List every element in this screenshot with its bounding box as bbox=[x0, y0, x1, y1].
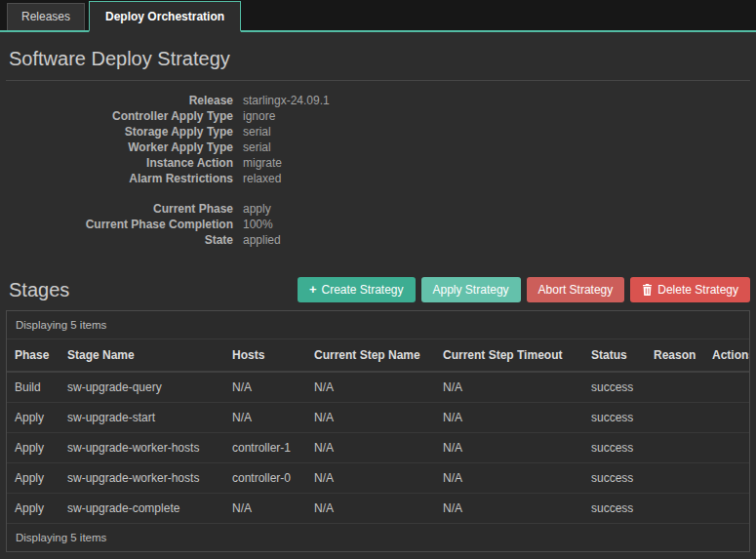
column-header-stage-name: Stage Name bbox=[60, 339, 224, 373]
apply-strategy-label: Apply Strategy bbox=[433, 283, 509, 297]
detail-row: Worker Apply Type serial bbox=[6, 140, 750, 155]
cell-status: success bbox=[583, 372, 646, 403]
cell-reason bbox=[646, 494, 704, 524]
apply-strategy-button[interactable]: Apply Strategy bbox=[421, 277, 521, 302]
detail-value: ignore bbox=[243, 108, 275, 124]
delete-strategy-label: Delete Strategy bbox=[657, 283, 738, 297]
detail-value: relaxed bbox=[243, 171, 281, 186]
cell-hosts: controller-0 bbox=[224, 463, 306, 494]
stages-title: Stages bbox=[6, 279, 72, 301]
cell-phase: Apply bbox=[7, 433, 60, 463]
cell-status: success bbox=[583, 433, 646, 463]
table-summary-bottom: Displaying 5 items bbox=[7, 523, 749, 551]
cell-stage-name: sw-upgrade-start bbox=[60, 403, 224, 433]
detail-value: migrate bbox=[243, 155, 282, 171]
abort-strategy-button[interactable]: Abort Strategy bbox=[527, 277, 625, 302]
tab-deploy-orchestration[interactable]: Deploy Orchestration bbox=[89, 1, 241, 32]
detail-value: serial bbox=[243, 124, 271, 140]
trash-icon bbox=[642, 284, 653, 296]
detail-row: Current Phase Completion 100% bbox=[6, 217, 750, 232]
cell-current-step-name: N/A bbox=[306, 403, 435, 433]
main-content: Software Deploy Strategy Release starlin… bbox=[0, 32, 756, 559]
abort-strategy-label: Abort Strategy bbox=[538, 283, 614, 297]
cell-current-step-timeout: N/A bbox=[435, 372, 583, 403]
column-header-actions: Actions bbox=[704, 339, 749, 373]
cell-hosts: N/A bbox=[224, 372, 306, 403]
detail-row: Controller Apply Type ignore bbox=[6, 108, 750, 124]
plus-icon: + bbox=[309, 284, 317, 296]
detail-row: Instance Action migrate bbox=[6, 155, 750, 171]
cell-current-step-timeout: N/A bbox=[435, 463, 583, 494]
table-row: Apply sw-upgrade-complete N/A N/A N/A su… bbox=[7, 494, 749, 524]
detail-value: serial bbox=[243, 140, 271, 155]
tab-releases[interactable]: Releases bbox=[7, 3, 85, 30]
stages-table: Phase Stage Name Hosts Current Step Name… bbox=[7, 339, 749, 523]
cell-current-step-timeout: N/A bbox=[435, 494, 583, 524]
cell-stage-name: sw-upgrade-worker-hosts bbox=[60, 463, 224, 494]
cell-phase: Build bbox=[7, 372, 60, 403]
column-header-current-step-name: Current Step Name bbox=[306, 339, 435, 373]
stages-header: Stages + Create Strategy Apply Strategy … bbox=[6, 277, 750, 302]
table-header-row: Phase Stage Name Hosts Current Step Name… bbox=[7, 339, 749, 373]
detail-label: Storage Apply Type bbox=[6, 124, 243, 140]
detail-label: Controller Apply Type bbox=[6, 108, 243, 124]
cell-current-step-name: N/A bbox=[306, 372, 435, 403]
detail-row: Release starlingx-24.09.1 bbox=[6, 93, 750, 108]
cell-current-step-timeout: N/A bbox=[435, 433, 583, 463]
detail-value: applied bbox=[243, 232, 281, 248]
detail-row: Alarm Restrictions relaxed bbox=[6, 171, 750, 186]
cell-actions bbox=[704, 463, 749, 494]
title-divider bbox=[6, 80, 750, 81]
table-row: Apply sw-upgrade-worker-hosts controller… bbox=[7, 463, 749, 494]
cell-stage-name: sw-upgrade-worker-hosts bbox=[60, 433, 224, 463]
column-header-hosts: Hosts bbox=[224, 339, 306, 373]
column-header-reason: Reason bbox=[646, 339, 704, 373]
column-header-status: Status bbox=[583, 339, 646, 373]
detail-row: Current Phase apply bbox=[6, 201, 750, 217]
cell-hosts: N/A bbox=[224, 494, 306, 524]
detail-label: Current Phase Completion bbox=[6, 217, 243, 232]
detail-label: Worker Apply Type bbox=[6, 140, 243, 155]
table-row: Apply sw-upgrade-worker-hosts controller… bbox=[7, 433, 749, 463]
create-strategy-button[interactable]: + Create Strategy bbox=[298, 277, 416, 302]
cell-current-step-name: N/A bbox=[306, 433, 435, 463]
cell-current-step-name: N/A bbox=[306, 463, 435, 494]
page-title: Software Deploy Strategy bbox=[6, 40, 750, 70]
cell-actions bbox=[704, 433, 749, 463]
detail-label: Release bbox=[6, 93, 243, 108]
table-summary-top: Displaying 5 items bbox=[7, 311, 749, 339]
detail-row: Storage Apply Type serial bbox=[6, 124, 750, 140]
delete-strategy-button[interactable]: Delete Strategy bbox=[630, 277, 750, 302]
cell-reason bbox=[646, 433, 704, 463]
table-row: Build sw-upgrade-query N/A N/A N/A succe… bbox=[7, 372, 749, 403]
cell-actions bbox=[704, 494, 749, 524]
tab-bar: Releases Deploy Orchestration bbox=[0, 0, 756, 32]
cell-stage-name: sw-upgrade-query bbox=[60, 372, 224, 403]
cell-stage-name: sw-upgrade-complete bbox=[60, 494, 224, 524]
cell-actions bbox=[704, 403, 749, 433]
detail-value: starlingx-24.09.1 bbox=[243, 93, 330, 108]
cell-hosts: controller-1 bbox=[224, 433, 306, 463]
column-header-current-step-timeout: Current Step Timeout bbox=[435, 339, 583, 373]
cell-reason bbox=[646, 372, 704, 403]
stages-table-panel: Displaying 5 items Phase Stage Name Host… bbox=[6, 310, 750, 552]
cell-phase: Apply bbox=[7, 494, 60, 524]
cell-status: success bbox=[583, 463, 646, 494]
detail-value: 100% bbox=[243, 217, 273, 232]
detail-label: State bbox=[6, 232, 243, 248]
cell-current-step-name: N/A bbox=[306, 494, 435, 524]
detail-group-gap bbox=[6, 186, 750, 201]
detail-label: Instance Action bbox=[6, 155, 243, 171]
detail-label: Alarm Restrictions bbox=[6, 171, 243, 186]
column-header-phase: Phase bbox=[7, 339, 60, 373]
cell-phase: Apply bbox=[7, 463, 60, 494]
detail-label: Current Phase bbox=[6, 201, 243, 217]
cell-status: success bbox=[583, 494, 646, 524]
cell-reason bbox=[646, 403, 704, 433]
create-strategy-label: Create Strategy bbox=[321, 283, 403, 297]
detail-value: apply bbox=[243, 201, 271, 217]
table-row: Apply sw-upgrade-start N/A N/A N/A succe… bbox=[7, 403, 749, 433]
cell-status: success bbox=[583, 403, 646, 433]
cell-actions bbox=[704, 372, 749, 403]
stages-actions: + Create Strategy Apply Strategy Abort S… bbox=[292, 277, 750, 302]
